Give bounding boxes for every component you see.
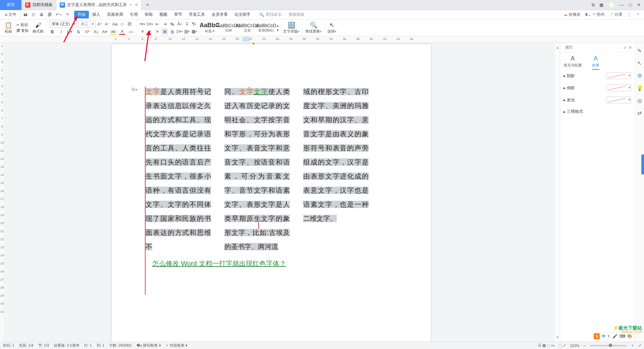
italic[interactable]: I bbox=[58, 29, 64, 35]
style-header[interactable]: AaBbCcDd页眉 bbox=[238, 19, 257, 36]
menu-start[interactable]: 开始 bbox=[74, 11, 89, 18]
show-marks[interactable]: ¶▾ bbox=[191, 21, 197, 27]
document-area[interactable]: 🗎▸ 🔒 文字是人类用符号记录表达信息以传之久远的方式和工具。现代文字大多是记录… bbox=[5, 43, 560, 342]
tab-stops[interactable]: ↹ bbox=[169, 21, 175, 27]
tab-document[interactable]: 文字是人类用符...远的方式和工具•✕ bbox=[56, 0, 142, 10]
menu-insert[interactable]: 插入 bbox=[89, 10, 104, 19]
char-scale[interactable]: Ả▾ bbox=[176, 21, 182, 27]
qat-print[interactable]: 🖶 bbox=[38, 10, 46, 19]
superscript[interactable]: X² bbox=[84, 29, 90, 35]
font-size-combo[interactable]: 小二▾ bbox=[78, 21, 96, 28]
align-distribute[interactable]: ≣̲ bbox=[169, 29, 175, 35]
status-section[interactable]: 节: 1/3 bbox=[38, 343, 49, 348]
menu-devtools[interactable]: 开发工具 bbox=[185, 10, 208, 19]
style-down[interactable]: ▾ bbox=[277, 28, 279, 33]
scroll-up[interactable]: ▴ bbox=[556, 45, 558, 50]
menu-vip[interactable]: 会员专享 bbox=[208, 10, 231, 19]
subscript[interactable]: X₂ bbox=[93, 29, 99, 35]
tab-templates[interactable]: 找稻壳模板 bbox=[22, 0, 56, 10]
doc-column-3[interactable]: 域的楔形文字、古印度文字、美洲的玛雅文和早期的汉字。意音文字是由表义的象形符号和… bbox=[303, 85, 369, 254]
tab-home[interactable]: 首页 bbox=[0, 0, 22, 10]
bold[interactable]: B bbox=[49, 29, 55, 35]
textlayout-group[interactable]: 🔠 文字排版▾ bbox=[280, 19, 303, 36]
new-tab-button[interactable]: ＋ bbox=[142, 1, 154, 8]
select-group[interactable]: ↖ 选择▾ bbox=[325, 19, 339, 36]
panel-close-icon[interactable]: ✕ bbox=[629, 45, 632, 50]
minimize-button[interactable]: — bbox=[620, 2, 624, 7]
status-chars[interactable]: 字数: 293/901 bbox=[109, 343, 132, 348]
char-border[interactable]: ▭ bbox=[128, 29, 134, 35]
status-pages[interactable]: 页面: 1/4 bbox=[19, 343, 33, 348]
menu-thesis[interactable]: 论文助手 bbox=[231, 10, 254, 19]
shadow-swatch[interactable]: ▾ bbox=[606, 72, 631, 79]
arrow-icon[interactable]: ↖ bbox=[637, 60, 642, 66]
fit-icon[interactable]: ⤢ bbox=[638, 343, 641, 348]
change-case[interactable]: Aa bbox=[112, 21, 118, 27]
more-menu[interactable]: ⋮ bbox=[627, 12, 631, 17]
cut-button[interactable]: ✂ 剪切 bbox=[16, 22, 29, 28]
sort[interactable]: ↧ bbox=[184, 21, 190, 27]
tab-fill-outline[interactable]: A填充与轮廓 bbox=[564, 55, 582, 70]
clear-format[interactable]: ◇ bbox=[119, 21, 125, 27]
ime-voice-icon[interactable]: 🎤 bbox=[612, 334, 618, 339]
close-icon[interactable]: ✕ bbox=[135, 3, 138, 7]
strike[interactable]: S̶ bbox=[75, 29, 82, 35]
menu-view[interactable]: 视图 bbox=[156, 10, 171, 19]
doc-corner-icon[interactable]: 🗎▸ bbox=[131, 87, 138, 92]
side-handle[interactable] bbox=[641, 154, 644, 174]
reading-tools[interactable]: ⬚ ⤢ bbox=[558, 343, 566, 348]
align-center[interactable]: ≡ bbox=[147, 29, 153, 35]
zoom-slider[interactable] bbox=[590, 345, 627, 346]
highlight[interactable]: ab bbox=[110, 29, 116, 35]
avatar[interactable] bbox=[608, 2, 615, 8]
qat-save[interactable]: 🖬 bbox=[21, 10, 30, 19]
menu-reference[interactable]: 引用 bbox=[126, 10, 141, 19]
paste-label[interactable]: 粘贴 bbox=[5, 29, 12, 34]
ruler-vertical[interactable]: 1231234567891011121314151617181920212223… bbox=[0, 43, 5, 342]
line-spacing[interactable]: ‡≡▾ bbox=[176, 29, 182, 35]
zoom-out[interactable]: − bbox=[584, 344, 586, 348]
template-search[interactable]: 搜索模板 bbox=[288, 12, 305, 17]
ime-lang[interactable]: 中 bbox=[602, 334, 606, 339]
view-mode-icons[interactable]: ☰ ▦ ⬚ ▭ bbox=[538, 343, 554, 348]
zoom-value[interactable]: 102% bbox=[570, 344, 579, 348]
row-reflection[interactable]: ▸倒影 ▾ bbox=[560, 82, 635, 94]
reflect-swatch[interactable]: ▾ bbox=[606, 85, 631, 91]
status-page[interactable]: 页码: 1 bbox=[3, 343, 14, 348]
panel-pin-icon[interactable]: ⤢ bbox=[623, 45, 627, 50]
share-button[interactable]: ↗ 分享 bbox=[609, 12, 623, 17]
faq-link[interactable]: 怎么修改 Word 文档一打字就出现红色字体？ bbox=[146, 259, 400, 268]
zoom-in[interactable]: ＋ bbox=[631, 343, 634, 348]
qat-undo[interactable]: ↶▾ bbox=[54, 10, 64, 19]
align-justify[interactable]: ≣ bbox=[162, 29, 168, 35]
menu-review[interactable]: 审阅 bbox=[141, 10, 156, 19]
grow-font[interactable]: A⁺ bbox=[97, 21, 103, 27]
qat-preview[interactable]: 🗐 bbox=[46, 10, 54, 19]
bullets[interactable]: •≡▾ bbox=[140, 21, 146, 27]
maximize-button[interactable]: ◻ bbox=[629, 2, 632, 7]
doc-column-1[interactable]: 文字是人类用符号记录表达信息以传之久远的方式和工具。现代文字大多是记录语言的工具… bbox=[146, 85, 211, 254]
coop-button[interactable]: �，ဝ 协作 bbox=[585, 12, 604, 17]
paste-icon[interactable]: 📋 bbox=[5, 21, 12, 29]
style-webnormal[interactable]: AaBbCcD普通(网站) bbox=[257, 19, 275, 36]
phonetic[interactable]: 拼 bbox=[126, 21, 132, 27]
text-effects[interactable]: A▾ bbox=[102, 29, 108, 35]
row-shadow[interactable]: ▸阴影 ▾ bbox=[560, 70, 635, 82]
numbering[interactable]: 1≡▾ bbox=[147, 21, 153, 27]
ime-punct[interactable]: •, bbox=[608, 334, 610, 339]
ime-skin-icon[interactable]: 🎨 bbox=[627, 334, 632, 339]
menu-section[interactable]: 章节 bbox=[171, 10, 185, 19]
shrink-font[interactable]: A⁻ bbox=[104, 21, 110, 27]
layout-icon[interactable]: ⧉ bbox=[592, 2, 595, 8]
transfer-icon[interactable]: ⇄ bbox=[637, 110, 642, 116]
style-heading4[interactable]: AaBbC标题 4 bbox=[200, 19, 219, 36]
bulb-icon[interactable]: 💡 bbox=[636, 85, 643, 91]
scroll-down[interactable]: ▾ bbox=[556, 335, 558, 340]
doc-column-2[interactable]: 同。文字文字使人类进入有历史记录的文明社会。文字按字音和字形，可分为表形文字、表… bbox=[224, 85, 290, 254]
track-changes-button[interactable]: ☁ 有修改 bbox=[564, 12, 581, 17]
copy-button[interactable]: 🗐 复制 bbox=[16, 28, 29, 33]
borders[interactable]: ▦▾ bbox=[191, 29, 197, 35]
target-icon[interactable]: ◎ bbox=[637, 97, 642, 104]
collapse-ribbon[interactable]: ＾ bbox=[636, 12, 640, 17]
brush-label[interactable]: 格式刷 bbox=[33, 29, 44, 34]
